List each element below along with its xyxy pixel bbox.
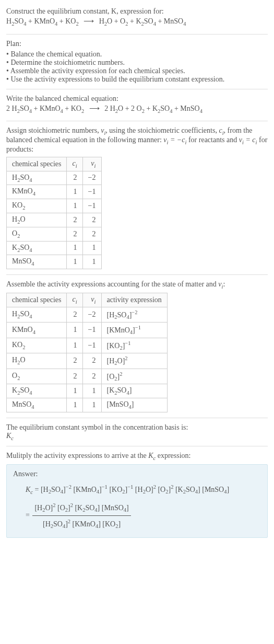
symbol-section: The equilibrium constant symbol in the c… — [6, 420, 268, 444]
plan-item: Determine the stoichiometric numbers. — [6, 59, 268, 67]
divider — [6, 121, 268, 121]
prompt-text: Construct the equilibrium constant, K, e… — [6, 7, 268, 16]
prompt: Construct the equilibrium constant, K, e… — [6, 7, 164, 15]
table-row: MnSO411 — [7, 255, 102, 269]
kc-expression-line2: = [H2O]2 [O2]2 [K2SO4] [MnSO4] [H2SO4]2 … — [26, 500, 261, 532]
divider — [6, 418, 268, 418]
table-row: K2SO411[K2SO4] — [7, 384, 168, 398]
table-row: KO21−1[KO2]−1 — [7, 338, 168, 353]
col-species: chemical species — [7, 157, 67, 171]
stoich-table: chemical species ci νi H2SO42−2 KMnO41−1… — [6, 157, 102, 269]
kc-expression-line1: Kc = [H2SO4]−2 [KMnO4]−1 [KO2]−1 [H2O]2 … — [26, 481, 261, 497]
plan-item: Balance the chemical equation. — [6, 50, 268, 59]
assign-text: Assign stoichiometric numbers, νi, using… — [6, 126, 267, 153]
arrow-icon: ⟶ — [86, 105, 103, 112]
table-row: O222[O2]2 — [7, 369, 168, 384]
table-row: O222 — [7, 227, 102, 241]
plan-section: Plan: Balance the chemical equation. Det… — [6, 37, 268, 87]
unbalanced-equation: H2SO4 + KMnO4 + KO2 ⟶ H2O + O2 + K2SO4 +… — [6, 16, 268, 29]
divider — [6, 274, 268, 275]
plan-list: Balance the chemical equation. Determine… — [6, 50, 268, 84]
kc-symbol: Kc — [6, 432, 268, 441]
table-header-row: chemical species ci νi activity expressi… — [7, 293, 168, 307]
header-section: Construct the equilibrium constant, K, e… — [6, 4, 268, 32]
table-row: K2SO411 — [7, 241, 102, 255]
table-row: KO21−1 — [7, 199, 102, 213]
table-row: KMnO41−1[KMnO4]−1 — [7, 323, 168, 338]
col-ci: ci — [67, 157, 82, 171]
plan-item: Use the activity expressions to build th… — [6, 75, 268, 84]
col-ci: ci — [67, 293, 82, 307]
answer-box: Answer: Kc = [H2SO4]−2 [KMnO4]−1 [KO2]−1… — [6, 464, 268, 537]
multiply-section: Mulitply the activity expressions to arr… — [6, 448, 268, 540]
table-row: H2SO42−2[H2SO4]−2 — [7, 307, 168, 322]
arrow-icon: ⟶ — [80, 17, 97, 25]
fraction-numerator: [H2O]2 [O2]2 [K2SO4] [MnSO4] — [32, 500, 130, 516]
col-species: chemical species — [7, 293, 67, 307]
divider — [6, 446, 268, 446]
table-header-row: chemical species ci νi — [7, 157, 102, 171]
col-nui: νi — [82, 293, 101, 307]
assign-section: Assign stoichiometric numbers, νi, using… — [6, 123, 268, 272]
divider — [6, 34, 268, 34]
table-row: H2O22 — [7, 213, 102, 227]
plan-title: Plan: — [6, 40, 268, 48]
balanced-equation: 2 H2SO4 + KMnO4 + KO2 ⟶ 2 H2O + 2 O2 + K… — [6, 103, 268, 116]
table-row: H2O22[H2O]2 — [7, 353, 168, 369]
activity-intro: Assemble the activity expressions accoun… — [6, 280, 268, 290]
activity-section: Assemble the activity expressions accoun… — [6, 277, 268, 415]
symbol-text: The equilibrium constant symbol in the c… — [6, 423, 268, 432]
fraction: [H2O]2 [O2]2 [K2SO4] [MnSO4] [H2SO4]2 [K… — [32, 500, 130, 532]
balanced-title: Write the balanced chemical equation: — [6, 95, 268, 103]
plan-item: Assemble the activity expression for eac… — [6, 67, 268, 75]
fraction-denominator: [H2SO4]2 [KMnO4] [KO2] — [32, 516, 130, 532]
divider — [6, 89, 268, 89]
activity-table: chemical species ci νi activity expressi… — [6, 293, 168, 412]
col-activity: activity expression — [101, 293, 167, 307]
table-row: KMnO41−1 — [7, 185, 102, 199]
table-row: H2SO42−2 — [7, 171, 102, 185]
table-row: MnSO411[MnSO4] — [7, 398, 168, 412]
col-nui: νi — [82, 157, 101, 171]
balanced-section: Write the balanced chemical equation: 2 … — [6, 91, 268, 119]
answer-label: Answer: — [13, 470, 261, 478]
multiply-text: Mulitply the activity expressions to arr… — [6, 452, 268, 461]
